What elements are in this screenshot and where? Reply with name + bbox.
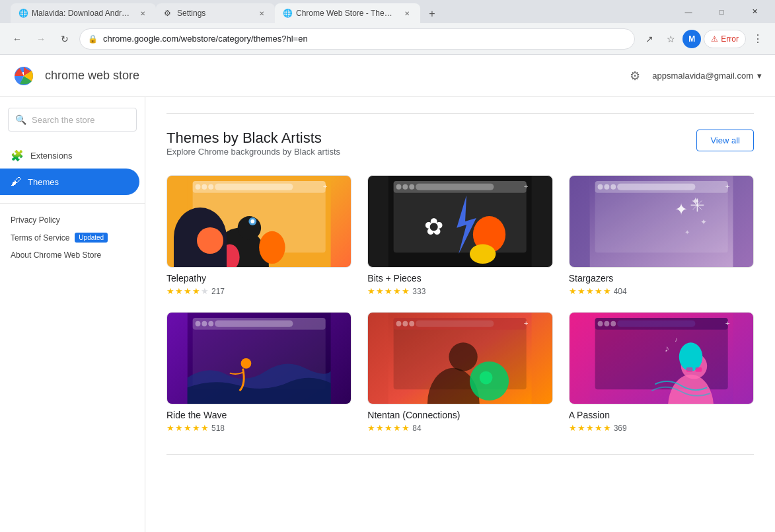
terms-of-service-link[interactable]: Terms of Service xyxy=(11,233,69,243)
svg-text:+: + xyxy=(725,319,729,328)
address-bar: ← → ↻ 🔒 chrome.google.com/webstore/categ… xyxy=(0,23,775,55)
star-5: ★ xyxy=(603,286,611,296)
svg-point-56 xyxy=(396,321,402,326)
profile-button[interactable]: M xyxy=(683,30,701,48)
star-4: ★ xyxy=(192,286,200,296)
theme-rating-stargazers: ★ ★ ★ ★ ★ 404 xyxy=(569,286,754,296)
theme-card-ride-the-wave[interactable]: Ride the Wave ★ ★ ★ ★ ★ 518 xyxy=(166,312,351,433)
theme-thumbnail-ntentan: + xyxy=(367,312,552,404)
close-button[interactable]: ✕ xyxy=(739,2,770,22)
sidebar-item-themes[interactable]: 🖌 Themes xyxy=(0,169,139,195)
svg-point-20 xyxy=(403,184,408,190)
url-text: chrome.google.com/webstore/category/them… xyxy=(103,34,308,44)
account-button[interactable]: appsmalavida@gmail.com ▾ xyxy=(652,71,762,81)
share-button[interactable]: ↗ xyxy=(640,30,659,48)
error-button[interactable]: ⚠ Error xyxy=(704,30,746,48)
tab-malavida-title: Malavida: Download Android Ap... xyxy=(32,9,133,18)
section-title: Themes by Black Artists xyxy=(166,130,340,147)
theme-rating-passion: ★ ★ ★ ★ ★ 369 xyxy=(569,423,754,433)
sidebar: 🔍 Search the store 🧩 Extensions 🖌 Themes… xyxy=(0,97,145,532)
star-5: ★ xyxy=(402,286,410,296)
theme-card-telepathy[interactable]: + xyxy=(166,175,351,296)
svg-point-27 xyxy=(470,245,496,264)
reload-button[interactable]: ↻ xyxy=(55,30,74,48)
theme-stars-stargazers: ★ ★ ★ ★ ★ xyxy=(569,286,611,296)
search-icon: 🔍 xyxy=(15,114,26,125)
star-2: ★ xyxy=(577,286,585,296)
about-cws-link[interactable]: About Chrome Web Store xyxy=(0,247,145,264)
star-4: ★ xyxy=(595,286,603,296)
tab-malavida-close[interactable]: ✕ xyxy=(137,8,148,19)
tab-cws-close[interactable]: ✕ xyxy=(402,8,412,19)
star-2: ★ xyxy=(376,423,384,433)
star-3: ★ xyxy=(184,423,192,433)
svg-point-70 xyxy=(610,321,616,326)
theme-card-bits[interactable]: + ✿ Bits + Pieces xyxy=(367,175,552,296)
account-email: appsmalavida@gmail.com xyxy=(652,71,753,81)
sidebar-themes-label: Themes xyxy=(28,177,59,187)
star-1: ★ xyxy=(569,423,577,433)
maximize-button[interactable]: □ xyxy=(706,2,737,22)
svg-text:+: + xyxy=(323,182,328,191)
svg-rect-79 xyxy=(695,367,702,372)
settings-icon-button[interactable]: ⚙ xyxy=(626,67,644,85)
tab-settings[interactable]: ⚙ Settings ✕ xyxy=(156,3,275,23)
svg-text:♪: ♪ xyxy=(675,336,678,343)
sidebar-item-extensions[interactable]: 🧩 Extensions xyxy=(0,142,139,169)
tab-chrome-web-store[interactable]: 🌐 Chrome Web Store - Themes ✕ xyxy=(275,3,420,23)
theme-thumbnail-bits: + ✿ xyxy=(367,175,552,268)
themes-icon: 🖌 xyxy=(11,176,21,188)
tab-cws-title: Chrome Web Store - Themes xyxy=(296,9,398,18)
svg-point-5 xyxy=(196,184,201,190)
star-2: ★ xyxy=(175,286,183,296)
theme-stars-telepathy: ★ ★ ★ ★ ★ xyxy=(166,286,209,296)
theme-name-bits: Bits + Pieces xyxy=(367,273,552,284)
svg-rect-71 xyxy=(617,321,695,327)
star-2: ★ xyxy=(376,286,384,296)
search-box[interactable]: 🔍 Search the store xyxy=(8,108,137,132)
theme-thumbnail-wave xyxy=(166,312,351,404)
svg-point-64 xyxy=(480,371,493,385)
svg-rect-8 xyxy=(215,184,293,190)
svg-point-19 xyxy=(396,184,402,190)
theme-rating-wave: ★ ★ ★ ★ ★ 518 xyxy=(166,423,351,433)
page-content: chrome web store ⚙ appsmalavida@gmail.co… xyxy=(0,55,775,532)
back-button[interactable]: ← xyxy=(8,30,26,48)
browser-frame: 🌐 Malavida: Download Android Ap... ✕ ⚙ S… xyxy=(0,0,775,532)
url-bar[interactable]: 🔒 chrome.google.com/webstore/category/th… xyxy=(79,28,635,50)
svg-text:+: + xyxy=(524,319,529,328)
privacy-policy-link[interactable]: Privacy Policy xyxy=(0,211,145,229)
browser-menu-button[interactable]: ⋮ xyxy=(749,30,767,48)
tab-settings-close[interactable]: ✕ xyxy=(256,8,267,19)
star-2: ★ xyxy=(175,423,183,433)
minimize-button[interactable]: — xyxy=(673,2,704,22)
theme-rating-bits: ★ ★ ★ ★ ★ 333 xyxy=(367,286,552,296)
star-1: ★ xyxy=(367,286,375,296)
bottom-divider xyxy=(166,454,754,455)
theme-card-stargazers[interactable]: + ✦ ✦ ✦ ✦ xyxy=(569,175,754,296)
star-1: ★ xyxy=(166,423,174,433)
star-3: ★ xyxy=(385,423,392,433)
star-1: ★ xyxy=(367,423,375,433)
theme-stars-bits: ★ ★ ★ ★ ★ xyxy=(367,286,410,296)
store-logo xyxy=(13,65,34,87)
tab-settings-title: Settings xyxy=(177,9,252,18)
svg-rect-78 xyxy=(686,367,692,372)
theme-card-passion[interactable]: + ♪ ♪ xyxy=(569,312,754,433)
star-3: ★ xyxy=(586,423,594,433)
main-content: Themes by Black Artists Explore Chrome b… xyxy=(145,97,775,532)
store-title: chrome web store xyxy=(45,69,139,83)
new-tab-button[interactable]: + xyxy=(423,5,441,23)
tab-malavida-favicon: 🌐 xyxy=(18,9,28,18)
store-header: chrome web store ⚙ appsmalavida@gmail.co… xyxy=(0,55,775,97)
svg-point-14 xyxy=(259,231,285,264)
svg-point-57 xyxy=(403,321,408,326)
theme-rating-ntentan: ★ ★ ★ ★ ★ 84 xyxy=(367,423,552,433)
theme-card-ntentan[interactable]: + Ntentan (Connections) xyxy=(367,312,552,433)
bookmark-button[interactable]: ☆ xyxy=(661,30,680,48)
star-5: ★ xyxy=(402,423,410,433)
view-all-button[interactable]: View all xyxy=(696,130,754,151)
forward-button[interactable]: → xyxy=(32,30,50,48)
terms-of-service-container: Terms of Service Updated xyxy=(0,229,145,247)
tab-malavida[interactable]: 🌐 Malavida: Download Android Ap... ✕ xyxy=(11,3,156,23)
